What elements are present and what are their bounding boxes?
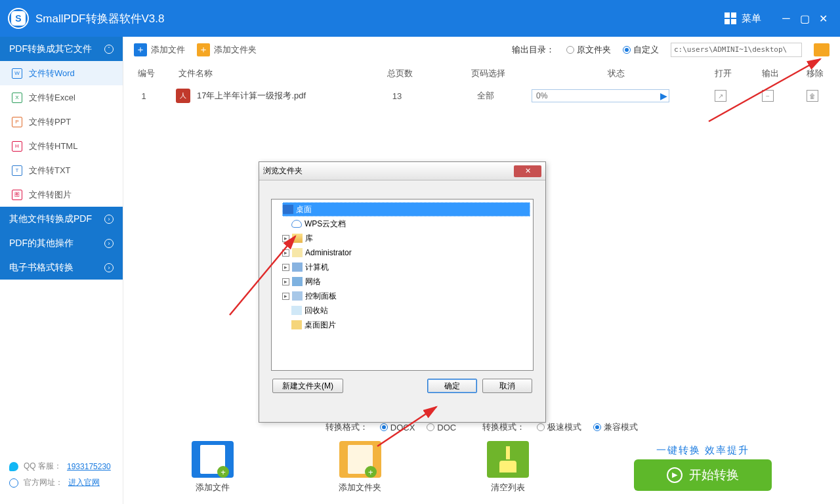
- radio-icon: [380, 423, 388, 431]
- chevron-right-icon: ›: [104, 239, 114, 248]
- action-clear[interactable]: 清空列表: [487, 441, 529, 494]
- output-button[interactable]: −: [762, 90, 774, 102]
- library-icon: [292, 234, 303, 243]
- maximize-button[interactable]: ▢: [795, 9, 814, 28]
- user-folder-icon: [292, 248, 303, 257]
- action-add-file[interactable]: + 添加文件: [192, 441, 234, 494]
- radio-compat-mode[interactable]: 兼容模式: [593, 421, 638, 433]
- radio-orig-folder[interactable]: 原文件夹: [566, 44, 611, 56]
- tree-node-desktop[interactable]: 桌面: [282, 202, 530, 217]
- new-folder-button[interactable]: 新建文件夹(M): [272, 379, 343, 393]
- radio-icon: [566, 46, 574, 54]
- sidebar-item-ppt[interactable]: P文件转PPT: [0, 110, 123, 134]
- toolbar: ＋添加文件 ＋添加文件夹 输出目录： 原文件夹 自定义: [123, 37, 840, 63]
- app-title: SmallPDF转换器软件V3.8: [35, 11, 164, 26]
- slogan-text: 一键转换 效率提升: [656, 444, 749, 457]
- sidebar-section-pdf-to-other[interactable]: PDF转换成其它文件ˇ: [0, 37, 123, 61]
- play-circle-icon: ▶: [667, 467, 682, 483]
- word-icon: W: [12, 68, 22, 79]
- sidebar-item-word[interactable]: W文件转Word: [0, 61, 123, 85]
- pdf-icon: 人: [176, 89, 190, 103]
- start-convert-button[interactable]: ▶ 开始转换: [634, 459, 772, 491]
- radio-icon: [623, 46, 631, 54]
- remove-button[interactable]: 🗑: [807, 90, 818, 102]
- app-logo: S: [8, 8, 29, 29]
- sidebar-item-txt[interactable]: T文件转TXT: [0, 158, 123, 182]
- browse-folder-button[interactable]: [814, 43, 830, 56]
- html-icon: H: [12, 141, 22, 152]
- output-dir-label: 输出目录：: [512, 44, 555, 56]
- controlpanel-icon: [292, 291, 303, 301]
- dialog-titlebar: 浏览文件夹 ✕: [259, 162, 545, 180]
- sidebar-item-excel[interactable]: X文件转Excel: [0, 85, 123, 110]
- tree-node-wps[interactable]: WPS云文档: [291, 217, 530, 231]
- broom-icon: [487, 441, 529, 478]
- sidebar-section-other-to-pdf[interactable]: 其他文件转换成PDF›: [0, 207, 123, 231]
- radio-icon: [537, 423, 545, 431]
- sidebar-item-image[interactable]: 图文件转图片: [0, 182, 123, 207]
- expand-icon[interactable]: ▸: [282, 278, 289, 285]
- titlebar: S SmallPDF转换器软件V3.8 菜单 ─ ▢ ✕: [0, 0, 840, 37]
- output-path-input[interactable]: [671, 43, 802, 57]
- radio-docx[interactable]: DOCX: [380, 423, 415, 432]
- folder-tree[interactable]: 桌面 WPS云文档 ▸库 ▸Administrator ▸计算机 ▸网络 ▸控制…: [271, 199, 534, 371]
- action-add-folder[interactable]: + 添加文件夹: [339, 441, 381, 494]
- table-row[interactable]: 1 人17年上半年计算一级报考.pdf 13 全部 0%▶ ↗ − 🗑: [123, 84, 840, 108]
- menu-grid-icon: [724, 12, 736, 24]
- file-table-header: 编号 文件名称 总页数 页码选择 状态 打开 输出 移除: [123, 63, 840, 84]
- add-file-button[interactable]: ＋添加文件: [134, 43, 185, 56]
- sidebar-section-pdf-ops[interactable]: PDF的其他操作›: [0, 231, 123, 255]
- expand-icon[interactable]: ▸: [282, 235, 289, 242]
- cloud-icon: [291, 220, 302, 228]
- expand-icon[interactable]: ▸: [282, 293, 289, 300]
- tree-node-desktop-pics[interactable]: 桌面图片: [291, 318, 530, 332]
- qq-link[interactable]: 1933175230: [67, 462, 111, 471]
- page-select[interactable]: 全部: [440, 90, 532, 102]
- menu-button[interactable]: 菜单: [724, 12, 761, 25]
- radio-doc[interactable]: DOC: [427, 423, 456, 432]
- radio-custom[interactable]: 自定义: [623, 44, 659, 56]
- browser-icon: [9, 478, 18, 488]
- plus-icon: ＋: [134, 43, 147, 56]
- image-icon: 图: [12, 190, 22, 200]
- play-icon: ▶: [660, 91, 667, 101]
- bottom-actions: + 添加文件 + 添加文件夹 清空列表 一键转换 效率提升 ▶ 开始转换: [123, 436, 840, 504]
- expand-icon[interactable]: ▸: [282, 249, 289, 257]
- desktop-icon: [283, 205, 293, 214]
- tree-node-network[interactable]: ▸网络: [282, 274, 530, 289]
- sidebar: PDF转换成其它文件ˇ W文件转Word X文件转Excel P文件转PPT H…: [0, 37, 123, 504]
- site-link[interactable]: 进入官网: [68, 477, 100, 488]
- minimize-button[interactable]: ─: [777, 9, 795, 28]
- tree-node-computer[interactable]: ▸计算机: [282, 260, 530, 274]
- dialog-close-button[interactable]: ✕: [514, 165, 541, 177]
- sidebar-section-ebook[interactable]: 电子书格式转换›: [0, 255, 123, 280]
- qq-icon: [9, 462, 18, 471]
- progress-bar[interactable]: 0%▶: [532, 89, 669, 102]
- browse-folder-dialog: 浏览文件夹 ✕ 桌面 WPS云文档 ▸库 ▸Administrator ▸计算机…: [259, 161, 546, 423]
- ok-button[interactable]: 确定: [427, 379, 477, 393]
- computer-icon: [292, 262, 303, 272]
- tree-node-library[interactable]: ▸库: [282, 231, 530, 245]
- close-button[interactable]: ✕: [814, 9, 832, 28]
- menu-label: 菜单: [742, 12, 761, 25]
- sidebar-item-html[interactable]: H文件转HTML: [0, 134, 123, 158]
- dialog-title-text: 浏览文件夹: [263, 165, 303, 177]
- chevron-right-icon: ›: [104, 215, 114, 224]
- network-icon: [292, 277, 303, 286]
- open-button[interactable]: ↗: [715, 90, 726, 102]
- tree-node-admin[interactable]: ▸Administrator: [282, 245, 530, 260]
- excel-icon: X: [12, 93, 22, 103]
- radio-icon: [427, 423, 434, 431]
- recycle-icon: [291, 306, 302, 315]
- expand-icon[interactable]: ▸: [282, 264, 289, 271]
- folder-icon: [291, 320, 302, 329]
- radio-icon: [593, 423, 601, 431]
- add-folder-button[interactable]: ＋添加文件夹: [197, 43, 257, 56]
- cancel-button[interactable]: 取消: [482, 379, 532, 393]
- radio-fast-mode[interactable]: 极速模式: [537, 421, 581, 433]
- folder-icon: +: [339, 441, 381, 478]
- tree-node-controlpanel[interactable]: ▸控制面板: [282, 289, 530, 303]
- tree-node-recycle[interactable]: 回收站: [291, 303, 530, 318]
- txt-icon: T: [12, 165, 22, 176]
- plus-icon: ＋: [197, 43, 210, 56]
